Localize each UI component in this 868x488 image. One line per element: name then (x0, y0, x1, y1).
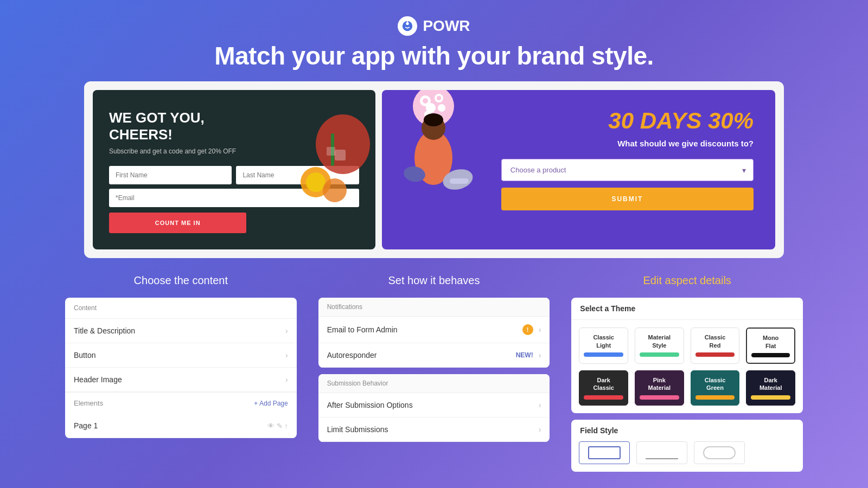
content-item-button[interactable]: Button › (65, 343, 297, 368)
svg-point-1 (406, 22, 410, 25)
dark-classic-swatch (584, 395, 623, 400)
svg-point-7 (323, 178, 347, 202)
pink-material-swatch (640, 395, 679, 400)
theme-card: Select a Theme ClassicLight MaterialStyl… (571, 298, 803, 413)
classic-red-swatch (695, 352, 735, 357)
headline: Match your app with your brand style. (0, 41, 868, 70)
autoresponder-right: NEW! › (516, 351, 541, 359)
autoresponder-label: Autoresponder (327, 351, 377, 359)
behavior-section-title: Set how it behaves (318, 274, 550, 287)
page-header: POWR Match your app with your brand styl… (0, 0, 868, 81)
content-item-header-image[interactable]: Header Image › (65, 368, 297, 392)
autoresponder-item[interactable]: Autoresponder NEW! › (318, 343, 550, 368)
theme-pink-material-name: PinkMaterial (640, 376, 679, 392)
notifications-card: Notifications Email to Form Admin ! › Au… (318, 298, 550, 368)
page-controls: 👁 ✎ ↑ (267, 422, 288, 430)
content-card-footer: Elements + Add Page (65, 392, 297, 414)
theme-dark-material-name: DarkMaterial (751, 376, 790, 392)
field-style-options (571, 441, 803, 472)
submission-card: Submission Behavior After Submission Opt… (318, 374, 550, 442)
add-page-button[interactable]: + Add Page (254, 400, 288, 407)
theme-classic-red[interactable]: ClassicRed (691, 328, 740, 364)
dark-material-swatch (751, 395, 790, 400)
svg-rect-10 (327, 147, 335, 156)
logo-text: POWR (423, 17, 470, 35)
elements-label: Elements (74, 399, 103, 407)
character-illustration (387, 90, 480, 214)
svg-point-15 (438, 104, 445, 112)
theme-classic-green[interactable]: ClassicGreen (691, 370, 740, 406)
dark-panel-title: WE GOT YOU, CHEERS! (109, 110, 228, 143)
limit-submissions-item[interactable]: Limit Submissions › (318, 418, 550, 442)
svg-point-21 (424, 113, 443, 126)
field-style-option-3[interactable] (694, 441, 745, 464)
field-style-card: Field Style (571, 420, 803, 472)
email-form-admin-label: Email to Form Admin (327, 325, 398, 334)
content-item-button-label: Button (74, 351, 95, 359)
svg-rect-24 (450, 178, 469, 184)
discount-subtitle: What should we give discounts to? (501, 139, 754, 148)
classic-green-swatch (695, 395, 735, 400)
chevron-icon: › (285, 326, 288, 335)
field-style-option-2[interactable] (636, 441, 687, 464)
mono-flat-swatch (751, 353, 790, 357)
theme-mono-flat-name: MonoFlat (751, 334, 790, 350)
theme-grid: ClassicLight MaterialStyle ClassicRed Mo… (571, 320, 803, 413)
field-style-option-1[interactable] (579, 441, 630, 464)
svg-point-3 (316, 114, 370, 174)
content-card-header: Content (65, 298, 297, 319)
theme-classic-red-name: ClassicRed (695, 333, 735, 349)
chevron-icon: › (539, 425, 541, 434)
content-section: Choose the content Content Title & Descr… (54, 274, 308, 471)
preview-area: WE GOT YOU, CHEERS! Subscribe and get a … (84, 81, 784, 258)
appearance-section-title: Edit aspect details (571, 274, 803, 287)
dark-form-panel: WE GOT YOU, CHEERS! Subscribe and get a … (93, 90, 375, 249)
classic-light-swatch (584, 352, 623, 357)
theme-dark-material[interactable]: DarkMaterial (746, 370, 795, 406)
after-submission-label: After Submission Options (327, 401, 413, 409)
theme-pink-material[interactable]: PinkMaterial (635, 370, 684, 406)
warning-icon: ! (522, 324, 533, 335)
email-form-admin-item[interactable]: Email to Form Admin ! › (318, 317, 550, 343)
select-arrow-icon: ▾ (742, 166, 746, 175)
content-item-title-label: Title & Description (74, 326, 135, 335)
submit-button[interactable]: SUBMIT (501, 188, 754, 210)
theme-classic-light[interactable]: ClassicLight (579, 328, 628, 364)
content-item-title[interactable]: Title & Description › (65, 319, 297, 343)
content-item-header-image-label: Header Image (74, 375, 122, 384)
email-item-right: ! › (522, 324, 541, 335)
material-style-swatch (640, 352, 679, 357)
after-submission-item[interactable]: After Submission Options › (318, 393, 550, 418)
powr-logo: POWR (0, 16, 868, 36)
theme-material-style-name: MaterialStyle (640, 333, 679, 349)
product-select-wrapper: Choose a product ▾ (501, 159, 754, 181)
chevron-icon: › (539, 351, 541, 359)
chevron-icon: › (285, 375, 288, 384)
theme-mono-flat[interactable]: MonoFlat (746, 328, 795, 364)
chevron-icon: › (539, 325, 541, 334)
theme-dark-classic[interactable]: DarkClassic (579, 370, 628, 406)
discount-title: 30 DAYS 30% (501, 110, 754, 132)
appearance-section: Edit aspect details Select a Theme Class… (560, 274, 814, 471)
cocktail-illustration (272, 95, 375, 217)
purple-form-panel: 30 DAYS 30% What should we give discount… (382, 90, 775, 249)
count-me-in-button[interactable]: COUNT ME IN (109, 213, 246, 233)
theme-classic-green-name: ClassicGreen (695, 376, 735, 392)
content-section-title: Choose the content (65, 274, 297, 287)
new-badge: NEW! (516, 351, 533, 359)
first-name-input[interactable] (109, 166, 232, 184)
theme-material-style[interactable]: MaterialStyle (635, 328, 684, 364)
bottom-sections: Choose the content Content Title & Descr… (0, 258, 868, 471)
page-1-item[interactable]: Page 1 👁 ✎ ↑ (65, 414, 297, 438)
submission-header: Submission Behavior (318, 374, 550, 393)
chevron-icon: › (285, 351, 288, 359)
right-panel-content: 30 DAYS 30% What should we give discount… (501, 110, 754, 210)
powr-icon (398, 16, 417, 36)
product-select[interactable]: Choose a product (501, 159, 754, 181)
svg-point-17 (423, 98, 428, 104)
theme-card-header: Select a Theme (571, 298, 803, 320)
limit-submissions-label: Limit Submissions (327, 425, 388, 434)
chevron-icon: › (539, 401, 541, 409)
notifications-header: Notifications (318, 298, 550, 317)
svg-rect-9 (335, 150, 346, 160)
